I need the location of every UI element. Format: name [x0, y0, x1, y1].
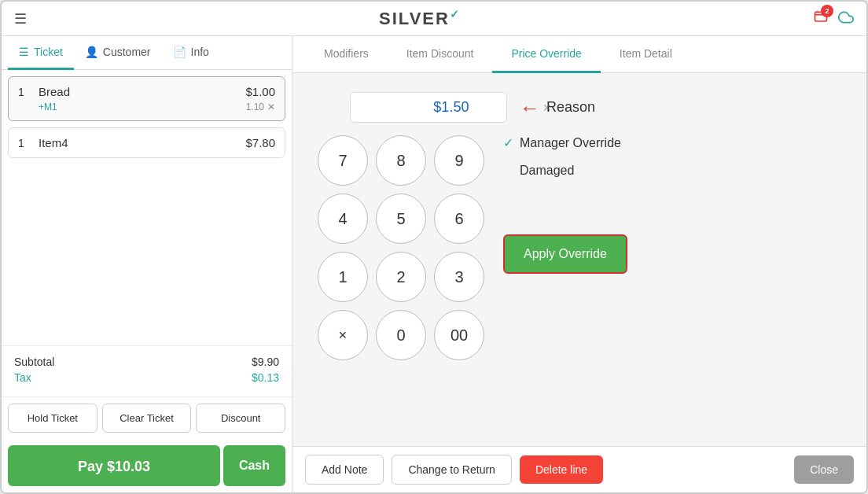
key-2[interactable]: 2 — [376, 252, 426, 302]
notifications-button[interactable]: 2 — [813, 9, 829, 28]
key-7[interactable]: 7 — [318, 135, 368, 186]
key-backspace[interactable]: ✕ — [318, 310, 368, 360]
logo-check-icon: ✓ — [450, 8, 461, 20]
key-9[interactable]: 9 — [434, 135, 484, 186]
right-panel: Modifiers Item Discount Price Override I… — [292, 36, 866, 492]
key-1[interactable]: 1 — [318, 252, 368, 302]
item-price-2: $7.80 — [245, 136, 275, 149]
right-content: ✕ ← Reason 7 8 9 4 — [292, 73, 866, 446]
cash-button[interactable]: Cash — [223, 445, 285, 486]
key-5[interactable]: 5 — [376, 194, 426, 244]
keypad-grid: 7 8 9 4 5 6 1 2 3 ✕ 0 00 — [318, 135, 484, 360]
key-8[interactable]: 8 — [376, 135, 426, 186]
customer-icon: 👤 — [85, 46, 98, 58]
ticket-icon: ☰ — [19, 46, 29, 58]
ticket-totals: Subtotal $9.90 Tax $0.13 — [2, 345, 292, 396]
subtotal-value: $9.90 — [252, 356, 279, 368]
discount-button[interactable]: Discount — [196, 404, 285, 433]
item-qty-1: 1 — [18, 86, 31, 98]
hold-ticket-button[interactable]: Hold Ticket — [8, 404, 97, 433]
top-bar: ☰ SILVER✓ 2 — [2, 2, 866, 36]
item-name-1: Bread — [39, 85, 245, 98]
add-note-button[interactable]: Add Note — [305, 455, 384, 485]
change-to-return-button[interactable]: Change to Return — [392, 455, 512, 485]
menu-icon[interactable]: ☰ — [14, 10, 27, 28]
tab-price-override[interactable]: Price Override — [492, 36, 600, 73]
app-title: SILVER✓ — [379, 8, 461, 29]
modifier-price-1: 1.10 — [246, 101, 264, 112]
tax-label: Tax — [14, 371, 31, 384]
reasons-column: ✓ Manager Override ✓ Damaged Apply Overr… — [503, 135, 627, 274]
tab-modifiers[interactable]: Modifiers — [305, 36, 388, 73]
modifiers-tab-label: Modifiers — [324, 47, 369, 60]
key-00[interactable]: 00 — [434, 310, 484, 360]
item-name-2: Item4 — [39, 136, 245, 149]
ticket-tab-label: Ticket — [34, 46, 63, 58]
cloud-icon — [838, 9, 854, 25]
ticket-actions: Hold Ticket Clear Ticket Discount — [2, 396, 292, 439]
item-qty-2: 1 — [18, 137, 31, 149]
key-3[interactable]: 3 — [434, 252, 484, 302]
left-panel: ☰ Ticket 👤 Customer 📄 Info 1 — [2, 36, 292, 492]
ticket-item-bread[interactable]: 1 Bread $1.00 +M1 1.10 ✕ — [8, 76, 285, 121]
customer-tab-label: Customer — [103, 46, 151, 58]
item-detail-tab-label: Item Detail — [620, 47, 672, 60]
keypad-section: ✕ ← Reason 7 8 9 4 — [318, 92, 627, 427]
item-discount-tab-label: Item Discount — [406, 47, 474, 60]
tax-value: $0.13 — [252, 371, 279, 384]
manager-override-label: Manager Override — [520, 136, 621, 150]
manager-override-check: ✓ — [503, 135, 513, 150]
price-input[interactable] — [360, 99, 542, 116]
close-button[interactable]: Close — [794, 455, 854, 484]
key-0[interactable]: 0 — [376, 310, 426, 360]
modifier-close-1[interactable]: ✕ — [267, 101, 275, 112]
ticket-items: 1 Bread $1.00 +M1 1.10 ✕ 1 — [2, 70, 292, 345]
clear-ticket-button[interactable]: Clear Ticket — [102, 404, 192, 433]
tab-item-discount[interactable]: Item Discount — [388, 36, 493, 73]
main-content: ☰ Ticket 👤 Customer 📄 Info 1 — [2, 36, 866, 492]
bottom-bar: Add Note Change to Return Delete line Cl… — [292, 446, 866, 492]
item-price-1: $1.00 — [245, 85, 275, 98]
pay-bar: Pay $10.03 Cash — [2, 439, 292, 492]
app-title-text: SILVER — [379, 9, 450, 28]
ticket-item-item4[interactable]: 1 Item4 $7.80 — [8, 127, 285, 158]
notification-badge: 2 — [821, 5, 833, 17]
key-4[interactable]: 4 — [318, 194, 368, 244]
left-tabs: ☰ Ticket 👤 Customer 📄 Info — [2, 36, 292, 70]
right-tabs: Modifiers Item Discount Price Override I… — [292, 36, 866, 73]
pay-amount: 10.03 — [115, 459, 150, 474]
reason-damaged[interactable]: ✓ Damaged — [503, 163, 627, 178]
tab-info[interactable]: 📄 Info — [162, 36, 220, 70]
reason-row: ← Reason — [520, 98, 595, 118]
tab-ticket[interactable]: ☰ Ticket — [8, 36, 74, 70]
reason-manager-override[interactable]: ✓ Manager Override — [503, 135, 627, 150]
apply-override-button[interactable]: Apply Override — [503, 234, 627, 274]
tab-item-detail[interactable]: Item Detail — [601, 36, 691, 73]
damaged-check: ✓ — [503, 163, 513, 178]
delete-line-button[interactable]: Delete line — [520, 455, 603, 484]
price-input-container: ✕ — [350, 92, 507, 123]
key-6[interactable]: 6 — [434, 194, 484, 244]
sync-icon-button[interactable] — [838, 9, 854, 28]
price-override-tab-label: Price Override — [511, 47, 581, 60]
info-icon: 📄 — [173, 46, 186, 58]
pay-button[interactable]: Pay $10.03 — [8, 445, 220, 486]
subtotal-label: Subtotal — [14, 356, 54, 368]
damaged-label: Damaged — [520, 164, 574, 178]
modifier-label-1: +M1 — [39, 101, 57, 112]
arrow-left-icon: ← — [520, 98, 540, 118]
info-tab-label: Info — [191, 46, 209, 58]
tab-customer[interactable]: 👤 Customer — [74, 36, 162, 70]
pay-label: Pay $ — [78, 459, 115, 474]
reason-title: Reason — [546, 99, 595, 116]
